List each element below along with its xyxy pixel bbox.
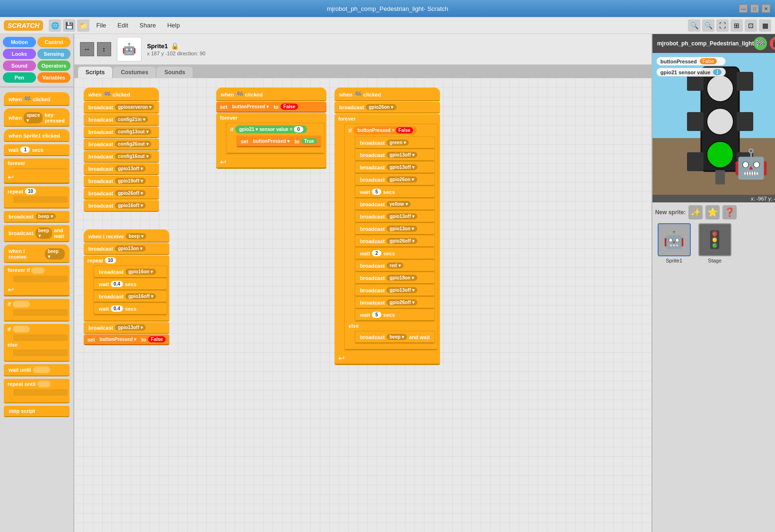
repeat-10-block[interactable]: repeat 10 broadcast gpio16on ▾ wait 0.4 … bbox=[84, 255, 170, 322]
sprite-item-sprite1[interactable]: 🤖 Sprite1 bbox=[655, 223, 693, 263]
broadcast-gpioserveron[interactable]: broadcast gpioserveron ▾ bbox=[84, 102, 159, 113]
file-menu[interactable]: File bbox=[91, 20, 111, 31]
wait-block[interactable]: wait 1 secs bbox=[4, 144, 70, 156]
when-clicked-2[interactable]: when 🏁 clicked bbox=[216, 87, 326, 101]
broadcast-gpio16on[interactable]: broadcast gpio16on ▾ bbox=[94, 266, 167, 278]
wait-5-1[interactable]: wait 5 secs bbox=[355, 186, 435, 198]
globe-icon[interactable]: 🌐 bbox=[49, 19, 61, 32]
set-buttonpressed-false[interactable]: set buttonPressed ▾ to False bbox=[216, 102, 326, 113]
when-clicked-1[interactable]: when 🏁 clicked bbox=[84, 87, 159, 101]
broadcast-gpio13on-2[interactable]: broadcast gpio13on ▾ bbox=[355, 223, 435, 235]
save-icon[interactable]: 💾 bbox=[63, 19, 75, 32]
forever-block-1[interactable]: forever if gpio21 ▾ sensor value = 0 set… bbox=[216, 113, 326, 169]
title-bar: mjrobot_ph_comp_Pedestrian_light- Scratc… bbox=[0, 0, 775, 17]
broadcast-beep-wait-block[interactable]: broadcast beep ▾ and wait bbox=[4, 225, 70, 242]
when-sprite-clicked-block[interactable]: when Sprite1 clicked bbox=[4, 129, 70, 142]
broadcast-gpio16off[interactable]: broadcast gpio16off ▾ bbox=[84, 200, 159, 212]
if-else-block-palette[interactable]: if else bbox=[4, 324, 70, 362]
broadcast-gpio13on-1[interactable]: broadcast gpio13on ▾ bbox=[84, 243, 170, 255]
broadcast-config21in[interactable]: broadcast config21in ▾ bbox=[84, 114, 159, 126]
settings-icon[interactable]: ⊞ bbox=[731, 19, 743, 32]
motion-category[interactable]: Motion bbox=[3, 37, 36, 47]
layout-icon[interactable]: ⊡ bbox=[745, 19, 757, 32]
star-sprite-button[interactable]: ⭐ bbox=[705, 205, 720, 219]
repeat-until-block[interactable]: repeat until bbox=[4, 379, 70, 403]
sprite-expand-icon[interactable]: ↕ bbox=[97, 42, 111, 56]
close-button[interactable]: ✕ bbox=[762, 4, 770, 13]
stop-script-block[interactable]: stop script bbox=[4, 406, 70, 417]
broadcast-gpio13off-5[interactable]: broadcast gpio13off ▾ bbox=[355, 211, 435, 223]
help-menu[interactable]: Help bbox=[162, 20, 185, 31]
svg-point-9 bbox=[707, 141, 733, 168]
share-menu[interactable]: Share bbox=[135, 20, 161, 31]
broadcast-gpio13off-6[interactable]: broadcast gpio13off ▾ bbox=[355, 285, 435, 297]
pen-category[interactable]: Pen bbox=[3, 72, 36, 83]
forever-if-block[interactable]: forever if ↩ bbox=[4, 265, 70, 297]
broadcast-gpio26on[interactable]: broadcast gpio26on ▾ bbox=[335, 102, 440, 113]
fullscreen-icon[interactable]: ⛶ bbox=[716, 19, 729, 32]
sounds-tab[interactable]: Sounds bbox=[157, 67, 193, 78]
control-category[interactable]: Control bbox=[37, 37, 70, 47]
broadcast-gpio26off-3[interactable]: broadcast gpio26off ▾ bbox=[355, 297, 435, 309]
looks-category[interactable]: Looks bbox=[3, 49, 36, 59]
broadcast-gpio19off[interactable]: broadcast gpio19off ▾ bbox=[84, 175, 159, 187]
script-group-1: when 🏁 clicked broadcast gpioserveron ▾ … bbox=[84, 87, 159, 212]
broadcast-config26out[interactable]: broadcast config26out ▾ bbox=[84, 139, 159, 150]
broadcast-gpio13off-4[interactable]: broadcast gpio13off ▾ bbox=[355, 162, 435, 174]
forever-block-palette[interactable]: forever ↩ bbox=[4, 158, 70, 184]
sprite-item-stage[interactable]: 🚦 Stage bbox=[696, 223, 734, 263]
broadcast-gpio13off-2[interactable]: broadcast gpio13off ▾ bbox=[84, 322, 170, 334]
when-clicked-3[interactable]: when 🏁 clicked bbox=[335, 87, 440, 101]
forever-block-2[interactable]: forever if buttonPressed = False broadca… bbox=[335, 114, 440, 365]
repeat-block-palette[interactable]: repeat 10 bbox=[4, 186, 70, 209]
zoom-out-icon[interactable]: 🔍 bbox=[688, 19, 700, 32]
when-receive-beep[interactable]: when I receive beep ▾ bbox=[84, 229, 170, 243]
window-controls[interactable]: — □ ✕ bbox=[739, 4, 770, 13]
broadcast-green[interactable]: broadcast green ▾ bbox=[355, 137, 435, 149]
variables-category[interactable]: Variables bbox=[37, 72, 70, 83]
broadcast-gpio13off-3[interactable]: broadcast gpio13off ▾ bbox=[355, 149, 435, 161]
broadcast-beep-wait-2[interactable]: broadcast beep ▾ and wait bbox=[355, 331, 435, 343]
if-buttonpressed-block[interactable]: if buttonPressed = False broadcast green… bbox=[345, 124, 438, 350]
layout2-icon[interactable]: ▦ bbox=[759, 19, 771, 32]
random-sprite-button[interactable]: ❓ bbox=[722, 205, 737, 219]
zoom-in-icon[interactable]: 🔍 bbox=[702, 19, 714, 32]
stop-button[interactable]: ⬛ bbox=[770, 37, 775, 50]
scripts-tab[interactable]: Scripts bbox=[78, 67, 113, 78]
broadcast-gpio18on[interactable]: broadcast gpio18on ▾ bbox=[355, 272, 435, 284]
if-gpio21-block[interactable]: if gpio21 ▾ sensor value = 0 set buttonP… bbox=[227, 123, 324, 154]
broadcast-gpio13off-1[interactable]: broadcast gpio13off ▾ bbox=[84, 163, 159, 175]
wait-until-block[interactable]: wait until bbox=[4, 364, 70, 376]
wait-04-2[interactable]: wait 0.4 secs bbox=[94, 303, 167, 315]
folder-icon[interactable]: 📁 bbox=[77, 19, 89, 32]
set-buttonpressed-true[interactable]: set buttonPressed ▾ to True bbox=[237, 136, 321, 147]
maximize-button[interactable]: □ bbox=[750, 4, 759, 13]
when-clicked-block[interactable]: when 🏁 clicked bbox=[4, 92, 70, 106]
broadcast-gpio26on-2[interactable]: broadcast gpio26on ▾ bbox=[355, 174, 435, 186]
wait-2[interactable]: wait 2 secs bbox=[355, 248, 435, 260]
sound-category[interactable]: Sound bbox=[3, 61, 36, 71]
wait-5-2[interactable]: wait 5 secs bbox=[355, 309, 435, 321]
sensing-category[interactable]: Sensing bbox=[37, 49, 70, 59]
scripts-canvas[interactable]: when 🏁 clicked broadcast gpioserveron ▾ … bbox=[74, 78, 652, 532]
robot-sprite: 🤖 bbox=[733, 147, 769, 181]
set-buttonpressed-false-2[interactable]: set buttonPressed ▾ to False bbox=[84, 334, 170, 345]
edit-menu[interactable]: Edit bbox=[113, 20, 132, 31]
broadcast-config13out[interactable]: broadcast config13out ▾ bbox=[84, 126, 159, 138]
costumes-tab[interactable]: Costumes bbox=[113, 67, 156, 78]
broadcast-beep-block[interactable]: broadcast beep ▾ bbox=[4, 211, 70, 223]
when-key-pressed-block[interactable]: when space ▾ key pressed bbox=[4, 108, 70, 127]
broadcast-config16out[interactable]: broadcast config16out ▾ bbox=[84, 151, 159, 163]
operators-category[interactable]: Operators bbox=[37, 61, 70, 71]
broadcast-gpio26off-1[interactable]: broadcast gpio26off ▾ bbox=[84, 188, 159, 200]
when-receive-beep-block[interactable]: when I receive beep ▾ bbox=[4, 244, 70, 263]
minimize-button[interactable]: — bbox=[739, 4, 748, 13]
broadcast-yellow[interactable]: broadcast yellow ▾ bbox=[355, 199, 435, 210]
broadcast-gpio16off-2[interactable]: broadcast gpio16off ▾ bbox=[94, 291, 167, 303]
broadcast-gpio26off-2[interactable]: broadcast gpio26off ▾ bbox=[355, 235, 435, 247]
green-flag-button[interactable]: 🏁 bbox=[754, 37, 767, 50]
if-block-palette[interactable]: if bbox=[4, 299, 70, 322]
broadcast-red[interactable]: broadcast red ▾ bbox=[355, 260, 435, 272]
wait-04-1[interactable]: wait 0.4 secs bbox=[94, 279, 167, 290]
paint-sprite-button[interactable]: ✨ bbox=[688, 205, 703, 219]
